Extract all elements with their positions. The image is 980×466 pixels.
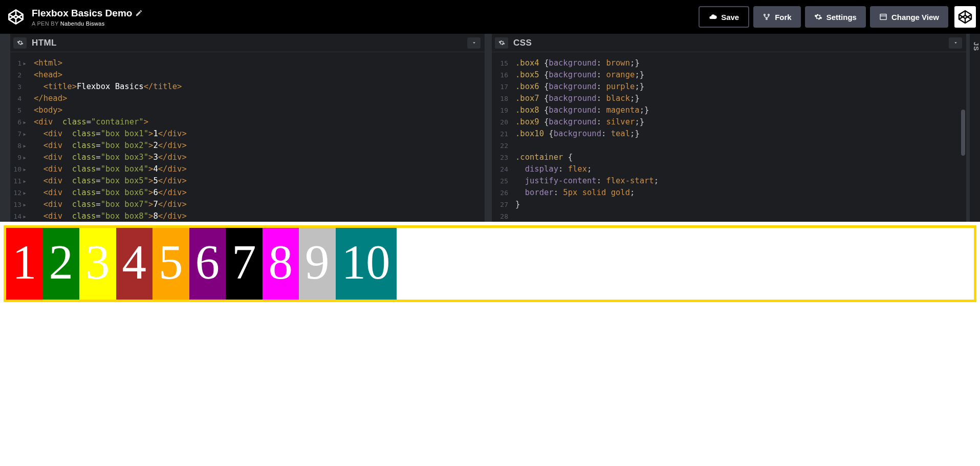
preview-box: 6 xyxy=(189,228,226,300)
change-view-label: Change View xyxy=(891,13,939,22)
pencil-icon[interactable] xyxy=(135,9,143,17)
html-panel-caret[interactable] xyxy=(467,37,481,49)
layout-icon xyxy=(879,13,887,21)
chevron-down-icon xyxy=(471,40,477,46)
preview-box: 7 xyxy=(226,228,263,300)
gear-icon xyxy=(498,39,505,46)
fork-label: Fork xyxy=(775,13,792,22)
save-label: Save xyxy=(721,13,739,22)
editors-row: HTML 1▸2 3 4 5 6▸7▸8▸9▸10▸11▸12▸13▸14▸ <… xyxy=(0,34,980,222)
preview-box: 2 xyxy=(43,228,80,300)
byline-prefix: A PEN BY xyxy=(32,20,60,27)
css-scrollbar-thumb[interactable] xyxy=(961,110,965,156)
preview-box: 1 xyxy=(6,228,43,300)
header-buttons: Save Fork Settings Change View xyxy=(699,6,976,28)
html-settings-gear[interactable] xyxy=(13,37,27,49)
html-code-area[interactable]: 1▸2 3 4 5 6▸7▸8▸9▸10▸11▸12▸13▸14▸ <html>… xyxy=(10,52,485,222)
chevron-down-icon xyxy=(953,40,959,46)
svg-point-5 xyxy=(766,18,768,20)
preview-box: 3 xyxy=(79,228,116,300)
js-panel-collapsed[interactable]: JS xyxy=(970,34,980,222)
css-panel: CSS 1516171819202122232425262728 .box4 {… xyxy=(492,34,966,222)
css-panel-header: CSS xyxy=(492,34,966,52)
html-panel: HTML 1▸2 3 4 5 6▸7▸8▸9▸10▸11▸12▸13▸14▸ <… xyxy=(10,34,485,222)
svg-point-4 xyxy=(768,14,770,16)
pen-byline: A PEN BY Nabendu Biswas xyxy=(32,20,143,27)
cloud-icon xyxy=(709,13,717,21)
pen-title-block: Flexbox Basics Demo A PEN BY Nabendu Bis… xyxy=(32,8,143,27)
css-gutter: 1516171819202122232425262728 xyxy=(492,52,512,222)
css-code[interactable]: .box4 {background: brown;}.box5 {backgro… xyxy=(512,52,966,222)
pen-author[interactable]: Nabendu Biswas xyxy=(60,20,105,27)
css-panel-title: CSS xyxy=(513,38,532,48)
pen-title-text: Flexbox Basics Demo xyxy=(32,8,132,19)
html-panel-title: HTML xyxy=(32,38,57,48)
codepen-logo[interactable] xyxy=(7,8,25,26)
preview-area: 12345678910 xyxy=(0,222,980,306)
fork-button[interactable]: Fork xyxy=(753,6,801,28)
flex-container: 12345678910 xyxy=(4,225,976,302)
topbar: Flexbox Basics Demo A PEN BY Nabendu Bis… xyxy=(0,0,980,34)
settings-label: Settings xyxy=(826,13,857,22)
gear-icon xyxy=(814,13,822,21)
pen-title[interactable]: Flexbox Basics Demo xyxy=(32,8,143,19)
preview-box: 10 xyxy=(336,228,397,300)
user-avatar[interactable] xyxy=(954,6,976,28)
html-gutter: 1▸2 3 4 5 6▸7▸8▸9▸10▸11▸12▸13▸14▸ xyxy=(10,52,31,222)
settings-button[interactable]: Settings xyxy=(805,6,866,28)
preview-box: 9 xyxy=(299,228,336,300)
gear-icon xyxy=(17,39,24,46)
fork-icon xyxy=(763,13,771,21)
html-panel-header: HTML xyxy=(10,34,485,52)
preview-box: 4 xyxy=(116,228,153,300)
change-view-button[interactable]: Change View xyxy=(870,6,948,28)
svg-point-3 xyxy=(764,14,766,16)
html-code[interactable]: <html><head> <title>Flexbox Basics</titl… xyxy=(31,52,485,222)
save-button[interactable]: Save xyxy=(699,6,749,28)
preview-box: 8 xyxy=(263,228,299,300)
css-panel-caret[interactable] xyxy=(949,37,962,49)
preview-box: 5 xyxy=(153,228,189,300)
svg-rect-6 xyxy=(880,14,886,20)
css-settings-gear[interactable] xyxy=(495,37,508,49)
js-panel-title: JS xyxy=(970,42,980,51)
css-code-area[interactable]: 1516171819202122232425262728 .box4 {back… xyxy=(492,52,966,222)
